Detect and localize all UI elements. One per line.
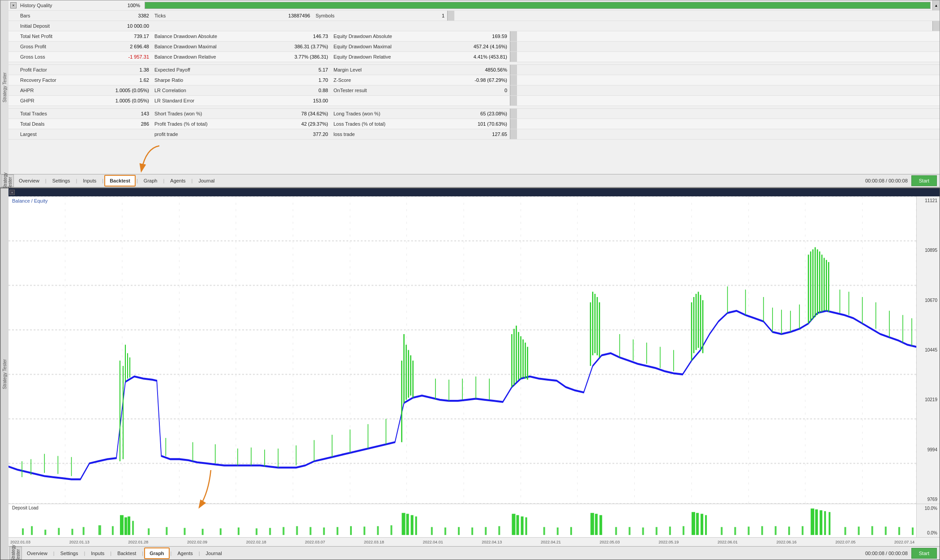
tab-agents-top[interactable]: Agents	[165, 175, 190, 187]
ltw-label: Long Trades (won %)	[331, 110, 438, 117]
deposit-load-label: Deposit Load	[12, 505, 38, 510]
x-label-4: 2022.02.09	[187, 540, 207, 544]
svg-rect-120	[166, 527, 167, 535]
svg-rect-108	[31, 526, 33, 535]
svg-rect-118	[132, 521, 134, 535]
tnp-value: 739.17	[107, 33, 152, 40]
strategy-tester-side-top: Strategy Tester	[1, 174, 14, 187]
lrc-label: LR Correlation	[152, 87, 259, 94]
strategy-tester-label-top: Strategy Tester	[0, 0, 9, 174]
ml-label: Margin Level	[331, 66, 438, 73]
ltt-value: 101 (70.63%)	[438, 120, 510, 127]
svg-rect-164	[701, 514, 703, 535]
bdm-label: Balance Drawdown Maximal	[152, 43, 259, 50]
svg-rect-129	[310, 527, 312, 535]
tt-value: 143	[107, 110, 152, 117]
eda-value: 169.59	[438, 33, 510, 40]
svg-rect-162	[692, 512, 695, 535]
ghpr-value: 1.0005 (0.05%)	[107, 97, 152, 104]
svg-rect-130	[323, 527, 325, 535]
lrse-value: 153.00	[259, 97, 331, 104]
ltt-label: Loss Trades (% of total)	[331, 120, 438, 127]
svg-rect-133	[363, 526, 365, 535]
svg-rect-128	[296, 526, 298, 535]
x-label-14: 2022.06.16	[777, 540, 797, 544]
lrc-value: 0.88	[259, 87, 331, 94]
ltw-value: 65 (23.08%)	[438, 110, 510, 117]
svg-rect-182	[898, 527, 900, 535]
gl-value: -1 957.31	[107, 53, 152, 60]
svg-rect-137	[406, 514, 409, 535]
bottom-panel-close[interactable]: ×	[9, 190, 15, 195]
tab-graph-bottom[interactable]: Graph	[144, 547, 169, 559]
ptt-value: 42 (29.37%)	[259, 120, 331, 127]
tab-journal-bottom[interactable]: Journal	[201, 547, 227, 559]
tab-settings-top[interactable]: Settings	[47, 175, 75, 187]
start-button-bottom[interactable]: Start	[911, 548, 937, 559]
tab-graph-top[interactable]: Graph	[139, 175, 162, 187]
symbols-value: 1	[402, 12, 447, 19]
svg-rect-175	[820, 510, 822, 535]
tt-label: Total Trades	[17, 110, 107, 117]
x-label-6: 2022.03.07	[305, 540, 325, 544]
largest-label: Largest	[17, 131, 107, 138]
svg-rect-174	[815, 509, 818, 535]
svg-rect-159	[656, 527, 658, 535]
svg-rect-135	[390, 525, 392, 535]
svg-rect-177	[829, 512, 830, 535]
tnp-label: Total Net Profit	[17, 33, 107, 40]
svg-rect-107	[22, 528, 24, 535]
svg-rect-161	[683, 526, 684, 535]
lt-value: 127.65	[438, 131, 510, 138]
bda-value: 146.73	[259, 33, 331, 40]
tab-inputs-top[interactable]: Inputs	[78, 175, 101, 187]
svg-rect-127	[282, 527, 284, 535]
x-label-12: 2022.05.19	[658, 540, 679, 544]
tab-settings-bottom[interactable]: Settings	[56, 547, 83, 559]
svg-rect-123	[220, 528, 222, 535]
bdr-value: 3.77% (386.31)	[259, 53, 331, 60]
td-value: 286	[107, 120, 152, 127]
tab-backtest-top[interactable]: Backtest	[104, 175, 136, 187]
svg-rect-119	[148, 528, 150, 535]
tab-backtest-bottom[interactable]: Backtest	[112, 547, 141, 559]
scroll-up-btn[interactable]: ▲	[932, 0, 940, 10]
svg-rect-166	[721, 527, 722, 535]
lt-label: loss trade	[331, 131, 438, 138]
svg-rect-132	[350, 526, 352, 535]
initial-deposit-value: 10 000.00	[107, 22, 152, 30]
bars-label: Bars	[17, 12, 107, 19]
svg-rect-183	[912, 527, 914, 535]
x-label-10: 2022.04.21	[541, 540, 561, 544]
tab-overview-top[interactable]: Overview	[14, 175, 44, 187]
history-quality-label: History Quality	[17, 2, 107, 9]
balance-equity-chart: Balance / Equity 11121 10895 10670 10445…	[9, 196, 940, 504]
svg-rect-117	[128, 517, 130, 535]
x-label-7: 2022.03.18	[364, 540, 384, 544]
svg-rect-124	[238, 527, 239, 535]
start-button-top[interactable]: Start	[911, 175, 937, 186]
x-label-9: 2022.04.13	[482, 540, 502, 544]
x-label-1: 2022.01.03	[10, 540, 30, 544]
sr-value: 1.70	[259, 76, 331, 84]
svg-rect-179	[858, 526, 859, 535]
svg-rect-109	[44, 530, 46, 535]
svg-rect-173	[811, 509, 814, 535]
svg-rect-151	[557, 527, 559, 535]
top-panel-close[interactable]: ×	[10, 2, 17, 8]
svg-rect-157	[628, 527, 630, 535]
svg-rect-114	[112, 526, 114, 535]
chart-plot-area	[9, 196, 916, 504]
edr-label: Equity Drawdown Relative	[331, 53, 438, 60]
deposit-plot-area	[9, 504, 916, 537]
svg-rect-168	[748, 526, 750, 535]
tab-inputs-bottom[interactable]: Inputs	[86, 547, 109, 559]
svg-rect-134	[377, 526, 379, 535]
tab-overview-bottom[interactable]: Overview	[22, 547, 52, 559]
tab-agents-bottom[interactable]: Agents	[172, 547, 197, 559]
strategy-tester-label-bottom: Strategy Tester	[0, 188, 9, 560]
rf-label: Recovery Factor	[17, 76, 107, 84]
tab-journal-top[interactable]: Journal	[193, 175, 219, 187]
svg-rect-146	[512, 514, 515, 535]
svg-rect-148	[521, 517, 524, 535]
